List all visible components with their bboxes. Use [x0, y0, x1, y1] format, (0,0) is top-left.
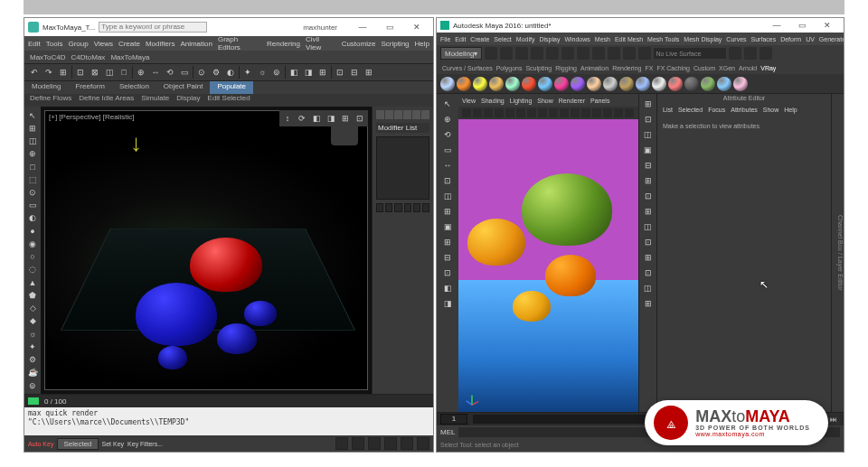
- ico[interactable]: ↶: [28, 66, 41, 79]
- ico[interactable]: ◐: [224, 66, 237, 79]
- shelf-tab[interactable]: Sculpting: [525, 65, 552, 71]
- menu-item[interactable]: Graph Editors: [218, 35, 261, 51]
- ico[interactable]: ⊞: [316, 66, 329, 79]
- teapot-blue-small-2[interactable]: [217, 323, 257, 354]
- stack-ctrl[interactable]: [385, 203, 392, 212]
- max-viewport[interactable]: [+] [Perspective] [Realistic] ↓ ↕⟳◧◨⊞⊡: [41, 107, 372, 394]
- ico[interactable]: ⊙: [195, 66, 208, 79]
- toolbtn[interactable]: ⊞: [441, 205, 454, 218]
- ico[interactable]: ⊞: [363, 66, 375, 79]
- teapot-green[interactable]: [522, 173, 612, 246]
- toolbtn[interactable]: ⊕: [26, 149, 39, 159]
- menu-item[interactable]: Generate: [819, 36, 844, 42]
- toolbtn[interactable]: ⊡: [642, 266, 655, 279]
- panel-toolbar-icon[interactable]: [592, 108, 601, 117]
- toolbtn[interactable]: ◧: [310, 112, 323, 125]
- menu-item[interactable]: Edit: [28, 40, 41, 48]
- plugin-tab[interactable]: MaxToC4D: [30, 53, 66, 61]
- toolbtn[interactable]: ◐: [26, 213, 39, 223]
- toolbtn[interactable]: ⊞: [339, 112, 352, 125]
- maya-titlebar[interactable]: Autodesk Maya 2016: untitled* — ▭ ✕: [437, 18, 844, 33]
- toolbtn[interactable]: ⊟: [441, 251, 454, 264]
- status-icon[interactable]: [744, 47, 757, 60]
- shelf-tab[interactable]: Polygons: [496, 65, 523, 71]
- cmd-tab[interactable]: [394, 110, 402, 119]
- nav-pan-icon[interactable]: [352, 437, 364, 450]
- toolbtn[interactable]: ⊡: [441, 174, 454, 187]
- sub-item[interactable]: Display: [176, 94, 200, 107]
- toolbtn[interactable]: ⟲: [441, 128, 454, 141]
- panel-menu-item[interactable]: Show: [537, 98, 553, 104]
- key-mode[interactable]: Selected: [57, 438, 98, 450]
- shelf-material-icon[interactable]: [668, 77, 683, 91]
- menu-item[interactable]: Mesh: [595, 36, 610, 42]
- panel-menu-item[interactable]: Renderer: [559, 98, 585, 104]
- teapot-blue-large[interactable]: [136, 283, 217, 346]
- panel-toolbar-icon[interactable]: [603, 108, 612, 117]
- shelf-material-icon[interactable]: [554, 77, 569, 91]
- stack-ctrl[interactable]: [413, 203, 420, 212]
- menu-item[interactable]: Customize: [342, 40, 376, 48]
- ico[interactable]: ⊚: [270, 66, 283, 79]
- toolbtn[interactable]: ⊡: [642, 236, 655, 248]
- ico[interactable]: ⊞: [57, 66, 70, 79]
- tab[interactable]: Selection: [112, 81, 156, 94]
- tab[interactable]: Modeling: [24, 81, 68, 94]
- toolbtn[interactable]: ○: [26, 252, 39, 262]
- menu-item[interactable]: Create: [470, 36, 489, 42]
- panel-toolbar-icon[interactable]: [571, 108, 580, 117]
- axis-gizmo[interactable]: [464, 390, 480, 406]
- teapot-orange-2[interactable]: [513, 291, 551, 322]
- menu-item[interactable]: Deform: [780, 36, 801, 42]
- status-icon[interactable]: [577, 47, 590, 60]
- menu-item[interactable]: Display: [539, 36, 560, 42]
- cmd-tab[interactable]: [403, 110, 411, 119]
- shelf-material-icon[interactable]: [522, 77, 536, 91]
- menu-item[interactable]: Mesh Tools: [647, 36, 679, 42]
- menu-item[interactable]: Tools: [46, 40, 63, 48]
- panel-toolbar-icon[interactable]: [527, 108, 536, 117]
- toolbtn[interactable]: ◫: [441, 190, 454, 202]
- shelf-material-icon[interactable]: [603, 77, 618, 91]
- attr-tab[interactable]: List: [663, 107, 673, 117]
- shelf-material-icon[interactable]: [505, 77, 520, 91]
- ico[interactable]: ⊡: [74, 66, 87, 79]
- close-button[interactable]: ✕: [404, 20, 429, 34]
- shelf-tab[interactable]: FX: [645, 65, 653, 71]
- cmd-tab[interactable]: [385, 110, 393, 119]
- menu-item[interactable]: Select: [494, 36, 511, 42]
- panel-toolbar-icon[interactable]: [549, 108, 558, 117]
- ico[interactable]: ↔: [149, 66, 162, 79]
- panel-toolbar-icon[interactable]: [614, 108, 623, 117]
- shelf-tab[interactable]: Curves / Surfaces: [442, 65, 493, 71]
- nav-orbit-icon[interactable]: [335, 437, 348, 450]
- ico[interactable]: ⚙: [210, 66, 222, 79]
- toolbtn[interactable]: ◉: [26, 238, 39, 248]
- shelf-material-icon[interactable]: [652, 77, 666, 91]
- ico[interactable]: ↷: [42, 66, 55, 79]
- menu-item[interactable]: Rendering: [267, 40, 300, 48]
- toolbtn[interactable]: ◨: [441, 297, 454, 310]
- nav-fov-icon[interactable]: [401, 437, 413, 450]
- attr-tab[interactable]: Selected: [678, 107, 703, 117]
- toolbtn[interactable]: ⊕: [441, 113, 454, 126]
- ico[interactable]: □: [118, 66, 130, 79]
- stack-ctrl[interactable]: [376, 203, 383, 212]
- menu-item[interactable]: Modify: [516, 36, 535, 42]
- modifier-list-header[interactable]: Modifier List: [376, 123, 429, 133]
- auto-key-btn[interactable]: Auto Key: [28, 441, 53, 447]
- shelf-material-icon[interactable]: [717, 77, 731, 91]
- set-key-btn[interactable]: Set Key: [102, 441, 125, 447]
- toolbtn[interactable]: ⊞: [642, 297, 655, 310]
- toolbtn[interactable]: ⊡: [441, 266, 454, 279]
- close-button[interactable]: ✕: [815, 18, 840, 33]
- shelf-tab[interactable]: VRay: [760, 65, 776, 71]
- toolbtn[interactable]: ⊞: [642, 251, 655, 264]
- status-icon[interactable]: [546, 47, 559, 60]
- min-button[interactable]: —: [350, 20, 375, 34]
- max-search-input[interactable]: Type a keyword or phrase: [99, 22, 207, 33]
- toolbtn[interactable]: ▲: [26, 277, 39, 287]
- panel-toolbar-icon[interactable]: [505, 108, 514, 117]
- stack-ctrl[interactable]: [394, 203, 401, 212]
- nav-zoom-icon[interactable]: [368, 437, 381, 450]
